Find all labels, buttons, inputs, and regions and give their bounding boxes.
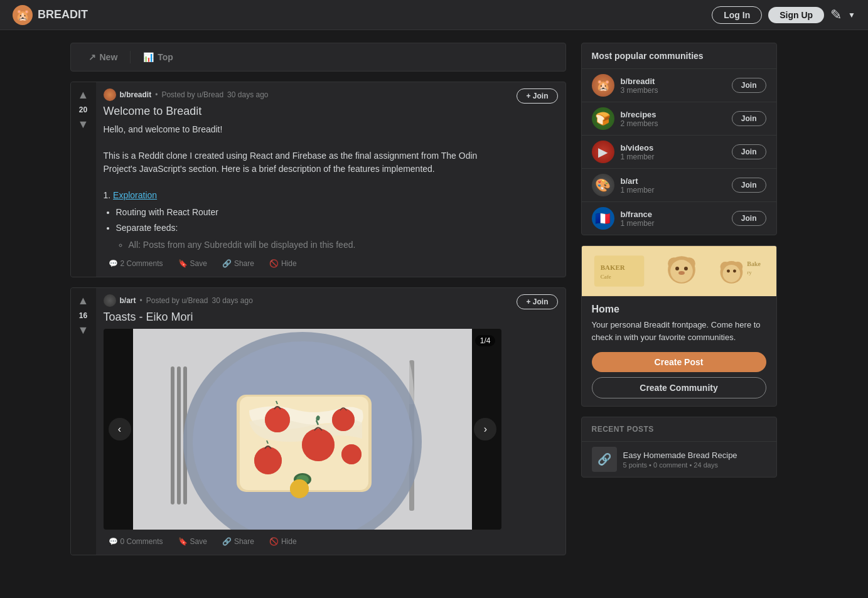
svg-text:ry: ry [747,269,752,275]
sidebar: Most popular communities 🐹 b/breadit 3 m… [581,43,777,565]
post-title: Toasts - Eiko Mori [104,311,502,324]
carousel-next-button[interactable]: › [474,418,496,440]
comments-button[interactable]: 💬 0 Comments [104,535,168,548]
post-card: ▲ 20 ▼ b/breadit • Posted by u/Bread 30 … [70,82,566,277]
upvote-button[interactable]: ▲ [74,87,93,103]
join-button[interactable]: + Join [517,88,557,104]
sort-top-button[interactable]: 📊 Top [133,47,183,67]
post-body: b/breadit • Posted by u/Bread 30 days ag… [96,82,510,277]
svg-text:Bake: Bake [747,260,761,267]
community-icon [104,294,116,307]
svg-point-38 [727,270,730,273]
sort-divider [130,51,131,63]
top-icon: 📊 [143,52,154,62]
home-banner-image: BAKER Cafe [582,246,776,296]
svg-point-18 [341,444,362,464]
svg-rect-3 [171,366,174,505]
post-meta: b/art • Posted by u/Bread 30 days ago [104,294,502,307]
hide-icon: 🚫 [269,259,279,268]
community-members: 3 members [621,86,726,95]
recent-posts-header: RECENT POSTS [582,417,776,441]
post-image [133,329,472,530]
image-carousel: 1/4 ‹ › [104,329,502,530]
main-content: ↗ New 📊 Top ▲ 20 ▼ b/breadit • Poste [70,43,566,565]
downvote-button[interactable]: ▼ [74,117,93,132]
community-info: b/art 1 member [621,176,726,195]
home-description: Your personal Breadit frontpage. Come he… [592,319,766,343]
svg-point-32 [683,267,687,270]
community-name: b/recipes [621,110,726,119]
svg-point-10 [265,407,290,432]
sort-new-button[interactable]: ↗ New [78,47,128,67]
upvote-button[interactable]: ▲ [74,293,93,309]
bullet-item: Separate feeds: All: Posts from any Subr… [116,222,502,252]
svg-text:Cafe: Cafe [600,274,611,280]
create-post-button[interactable]: Create Post [592,352,766,372]
community-join-button[interactable]: Join [732,178,766,193]
community-members: 2 members [621,119,726,128]
community-link[interactable]: b/breadit [120,90,152,99]
header-chevron-icon[interactable]: ▼ [848,11,855,19]
create-community-button[interactable]: Create Community [592,377,766,398]
time-ago: 30 days ago [227,90,268,99]
login-button[interactable]: Log In [712,6,762,24]
home-banner: BAKER Cafe [582,246,776,296]
community-list-item: 🎨 b/art 1 member Join [582,168,776,201]
community-info: b/france 1 member [621,210,726,228]
home-title: Home [592,304,766,315]
exploration-link[interactable]: Exploration [113,190,157,200]
share-icon: 🔗 [222,259,232,268]
community-list-item: 🐹 b/breadit 3 members Join [582,68,776,102]
new-icon: ↗ [88,52,96,62]
post-separator: • [155,90,158,99]
header: 🐹 BREADIT Log In Sign Up ✎ ▼ [0,0,868,30]
recent-post-info: Easy Homemade Bread Recipe 5 points • 0 … [623,451,766,469]
post-card: ▲ 16 ▼ b/art • Posted by u/Bread 30 days… [70,287,566,555]
community-icon [104,88,116,101]
community-list-item: 🍞 b/recipes 2 members Join [582,102,776,135]
recent-post-thumbnail: 🔗 [592,447,617,472]
community-members: 1 member [621,219,726,228]
page-container: ↗ New 📊 Top ▲ 20 ▼ b/breadit • Poste [58,30,811,578]
save-button[interactable]: 🔖 Save [173,535,212,548]
home-card: BAKER Cafe [581,245,777,407]
svg-rect-2 [177,366,181,505]
join-button[interactable]: + Join [517,294,557,309]
comment-icon: 💬 [109,259,118,268]
recent-post-title: Easy Homemade Bread Recipe [623,451,766,460]
share-button[interactable]: 🔗 Share [217,257,259,270]
community-join-button[interactable]: Join [732,78,766,93]
vote-column: ▲ 16 ▼ [71,288,96,555]
user-icon[interactable]: ✎ [830,7,842,23]
vote-count: 16 [79,311,87,320]
svg-point-37 [722,265,740,282]
community-join-button[interactable]: Join [732,211,766,226]
share-icon: 🔗 [222,537,232,546]
share-button[interactable]: 🔗 Share [217,535,259,548]
site-name: BREADIT [38,8,88,21]
community-join-button[interactable]: Join [732,144,766,159]
site-logo[interactable]: 🐹 BREADIT [13,5,88,25]
bullet-item: Routing with React Router [116,206,502,219]
community-name: b/art [621,176,726,186]
community-join-button[interactable]: Join [732,111,766,126]
svg-point-22 [290,479,309,498]
hide-button[interactable]: 🚫 Hide [264,535,302,548]
post-actions: 💬 0 Comments 🔖 Save 🔗 Share 🚫 Hide [104,535,502,548]
community-info: b/recipes 2 members [621,110,726,128]
hide-button[interactable]: 🚫 Hide [264,257,302,270]
save-button[interactable]: 🔖 Save [173,257,212,270]
svg-point-12 [302,429,335,461]
comments-button[interactable]: 💬 2 Comments [104,257,168,270]
sort-bar: ↗ New 📊 Top [70,43,566,72]
home-card-body: Home Your personal Breadit frontpage. Co… [582,296,776,406]
community-info: b/videos 1 member [621,143,726,161]
time-ago: 30 days ago [212,296,252,305]
post-actions: 💬 2 Comments 🔖 Save 🔗 Share 🚫 Hide [104,257,502,270]
carousel-prev-button[interactable]: ‹ [109,418,131,440]
popular-communities-header: Most popular communities [582,43,776,68]
downvote-button[interactable]: ▼ [74,323,93,338]
community-link[interactable]: b/art [120,296,136,305]
signup-button[interactable]: Sign Up [768,7,824,23]
posted-by: Posted by u/Bread [161,90,223,99]
